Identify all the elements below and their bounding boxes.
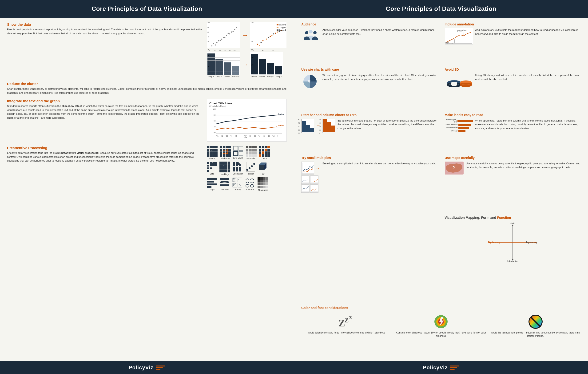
- svg-text:'14: '14: [277, 135, 279, 137]
- preattentive-body: Effective data visualization taps into t…: [7, 151, 203, 163]
- big-chart: [301, 162, 314, 175]
- svg-text:Exploratory: Exploratory: [526, 241, 538, 244]
- saturation-label: Saturation: [246, 157, 256, 160]
- grid-closure: Closure: [245, 177, 255, 191]
- svg-text:'13: '13: [272, 135, 274, 137]
- svg-point-72: [241, 181, 242, 181]
- blindness-text: Consider color blindness—about 10% of pe…: [396, 331, 486, 338]
- integrate-text-text: Integrate the text and the graph Standar…: [7, 99, 203, 120]
- integrate-text-title: Integrate the text and the graph: [7, 99, 203, 103]
- sf-label: San Francisco: [445, 124, 458, 126]
- show-data-visual: 100 80 60 40 20 0 20 40 60 80 100: [207, 22, 287, 77]
- viz-function-word: Function: [497, 216, 511, 220]
- blindness-visual: [431, 313, 451, 330]
- svg-rect-34: [210, 163, 213, 166]
- svg-point-79: [234, 184, 234, 185]
- grid-position: Position: [245, 162, 256, 175]
- svg-point-69: [236, 181, 236, 182]
- chicago-bar: [458, 130, 465, 132]
- svg-text:'01: '01: [216, 135, 219, 137]
- grid-enclosure: Enclosure: [220, 146, 231, 160]
- viz-mapping-diagram: Static Interactive Explanatory Explorato…: [445, 221, 581, 264]
- svg-point-68: [234, 181, 235, 182]
- orientation-label: Orientation: [233, 173, 243, 175]
- svg-text:20: 20: [214, 132, 216, 134]
- right-footer-lines: [450, 365, 459, 370]
- audience-text: Always consider your audience—whether th…: [323, 28, 438, 36]
- pie-visual: ♥: [301, 73, 320, 89]
- viz-mapping-title: Visualization Mapping: Form and Function: [445, 216, 581, 220]
- svg-point-78: [233, 184, 233, 185]
- chart-title: Chart Title Here: [209, 101, 284, 105]
- small-multiples-text: Breaking up a complicated chart into sma…: [323, 162, 438, 165]
- grid-row-2: Size X Markings: [207, 162, 287, 176]
- small-multiples-title: Try small multiples: [301, 156, 438, 160]
- svg-text:'09: '09: [254, 135, 256, 137]
- scatter-container: 100 80 60 40 20 0 20 40 60 80 100: [207, 22, 287, 48]
- avoid-3d-title: Avoid 3D: [445, 68, 581, 71]
- svg-rect-83: [238, 183, 242, 187]
- right-footer-line-2: [450, 367, 457, 368]
- line-chart-svg: 100 80 60 40 20: [209, 107, 284, 138]
- labels-body: Washington, DC San Francisco New York Ci…: [445, 119, 581, 133]
- svg-text:Z: Z: [349, 316, 352, 320]
- svg-point-47: [251, 165, 253, 167]
- tiny-chart-2: [310, 176, 318, 184]
- avoid-3d-visual: [445, 73, 473, 90]
- svg-text:80: 80: [214, 114, 216, 116]
- annotation-body: Highest point in 5 years Policy Implemen…: [445, 28, 581, 44]
- right-footer: PolicyViz: [294, 361, 588, 374]
- svg-point-85: [240, 186, 241, 186]
- svg-text:Interactive: Interactive: [507, 260, 518, 263]
- pie-section: Use pie charts with care ♥ We are not ve…: [301, 68, 438, 109]
- color-font-section: Color and font considerations Z Z Z Avoi…: [301, 306, 581, 357]
- bar-not-zero: [301, 119, 314, 133]
- start-zero-body: 80 75 70 65 60 →: [301, 119, 438, 133]
- show-data-text: Show the data People read graphs in a re…: [7, 22, 203, 35]
- annotation-chart: Highest point in 5 years Policy Implemen…: [445, 28, 473, 44]
- svg-text:40: 40: [214, 126, 216, 128]
- footer-line-1: [156, 365, 165, 366]
- svg-rect-30: [239, 152, 243, 156]
- left-footer: PolicyViz: [0, 361, 294, 374]
- annotation-title: Include annotation: [445, 22, 581, 26]
- tiny-chart-3: [301, 184, 310, 193]
- horiz-bar-dc: Washington, DC: [445, 119, 473, 123]
- z-visual: Z Z Z: [337, 313, 356, 330]
- reduce-clutter-text: Reduce the clutter Chart clutter, those …: [7, 82, 287, 95]
- show-data-section: Show the data People read graphs in a re…: [7, 22, 287, 77]
- svg-rect-54: [207, 178, 217, 180]
- color-items: Z Z Z Avoid default colors and fonts—the…: [301, 313, 581, 338]
- rainbow-visual: [526, 313, 545, 330]
- pie-title: Use pie charts with care: [301, 68, 438, 71]
- grid-density: Density: [232, 177, 242, 191]
- svg-point-86: [246, 184, 249, 187]
- left-brand: PolicyViz: [129, 364, 153, 371]
- chicago-label: Chicago: [445, 130, 458, 132]
- viz-form-word: Form: [481, 216, 489, 220]
- curvature-label: Curvature: [220, 188, 229, 191]
- svg-point-90: [313, 31, 316, 34]
- horiz-bar-sf: San Francisco: [445, 124, 473, 126]
- svg-text:♥: ♥: [308, 78, 311, 84]
- grid-sharpness: Sharpness: [258, 177, 268, 191]
- right-panel: Core Principles of Data Visualization Au…: [294, 0, 588, 374]
- svg-point-64: [233, 180, 234, 180]
- svg-rect-33: [207, 165, 209, 166]
- left-content: Show the data People read graphs in a re…: [0, 18, 294, 361]
- preattentive-section: Preattentive Processing Effective data v…: [7, 146, 287, 193]
- rainbow-text: Avoid the rainbow color palette—it doesn…: [490, 331, 581, 338]
- start-zero-title: Start bar and column charts at zero: [301, 113, 438, 117]
- start-zero-visual: 80 75 70 65 60 →: [301, 119, 335, 133]
- svg-point-76: [234, 184, 235, 184]
- scatter-after: 100 20 0 40 80: [250, 22, 286, 48]
- svg-marker-129: [512, 224, 514, 226]
- svg-text:Year: Year: [244, 136, 247, 138]
- left-panel: Core Principles of Data Visualization Sh…: [0, 0, 294, 374]
- svg-point-66: [236, 180, 236, 180]
- grid-row-3: Length Curvature: [207, 177, 287, 191]
- right-content: Audience Always c: [294, 18, 588, 361]
- svg-rect-51: [259, 165, 264, 170]
- svg-rect-44: [239, 167, 241, 171]
- tiny-chart-4: [310, 184, 318, 193]
